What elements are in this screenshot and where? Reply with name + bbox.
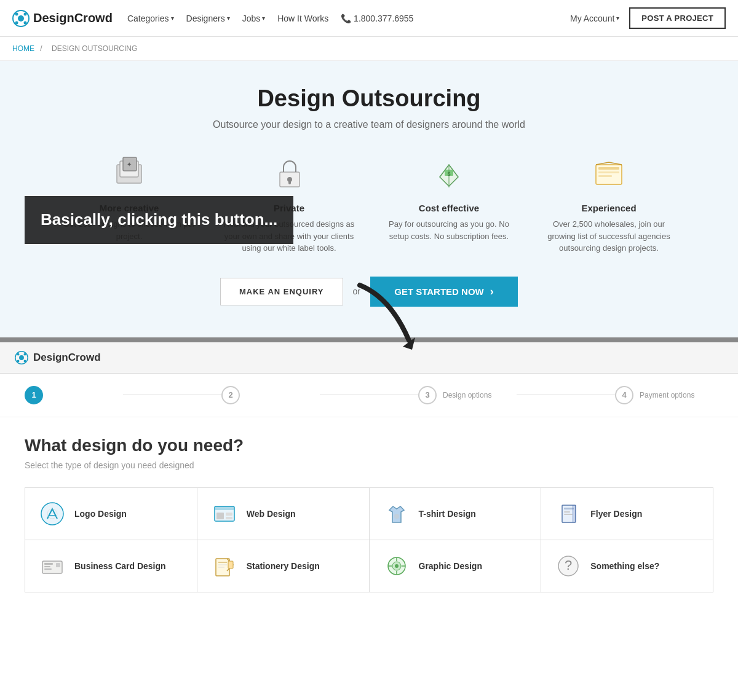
step-3: 3 Design options <box>418 386 517 404</box>
step-circle-2: 2 <box>221 386 240 404</box>
nav-jobs[interactable]: Jobs ▾ <box>242 14 266 23</box>
svg-point-25 <box>17 360 20 362</box>
feature-experienced-title: Experienced <box>541 203 676 213</box>
or-text: or <box>353 286 360 296</box>
feature-cost-effective-desc: Pay for outsourcing as you go. No setup … <box>381 218 517 242</box>
section-divider <box>0 337 738 342</box>
steps-bar: 1 2 3 Design options 4 Payment options <box>0 374 738 417</box>
my-account-chevron: ▾ <box>616 15 619 22</box>
project-creation-section: 1 2 3 Design options 4 Payment options <box>0 374 738 611</box>
svg-point-24 <box>24 353 26 355</box>
nav-phone: 📞 1.800.377.6955 <box>341 14 413 23</box>
cost-effective-icon: $ <box>427 152 470 195</box>
web-design-icon <box>211 500 238 527</box>
something-else-label: Something else? <box>590 561 659 571</box>
nav-how-it-works[interactable]: How It Works <box>277 14 328 23</box>
design-card-tshirt[interactable]: T-shirt Design <box>370 488 541 540</box>
navbar: DesignCrowd Categories ▾ Designers ▾ Job… <box>0 0 738 37</box>
logo[interactable]: DesignCrowd <box>12 10 113 27</box>
design-card-something-else[interactable]: ? Something else? <box>541 540 713 592</box>
tooltip-top-overlay: Basically, clicking this button... <box>25 196 293 244</box>
enquiry-button[interactable]: MAKE AN ENQUIRY <box>220 278 343 305</box>
svg-rect-31 <box>215 506 234 510</box>
svg-rect-18 <box>598 171 619 173</box>
flyer-design-icon <box>555 500 582 527</box>
svg-point-2 <box>15 12 18 15</box>
hero-subtitle: Outsource your design to a creative team… <box>12 119 726 130</box>
graphic-design-icon <box>383 553 410 580</box>
breadcrumb-current: DESIGN OUTSOURCING <box>52 44 137 53</box>
breadcrumb-home[interactable]: HOME <box>12 44 34 53</box>
logo-icon <box>12 10 30 27</box>
svg-rect-17 <box>598 167 619 170</box>
feature-experienced: Experienced Over 2,500 wholesales, join … <box>541 152 676 254</box>
step-circle-3: 3 <box>418 386 437 404</box>
svg-rect-19 <box>598 175 612 177</box>
stationery-design-label: Stationery Design <box>247 561 320 571</box>
private-icon <box>268 152 311 195</box>
svg-rect-50 <box>228 561 233 568</box>
nav-designers[interactable]: Designers ▾ <box>186 14 230 23</box>
design-card-flyer[interactable]: Flyer Design <box>541 488 713 540</box>
experienced-icon <box>587 152 630 195</box>
my-account-link[interactable]: My Account ▾ <box>570 14 619 23</box>
logo-design-icon <box>39 500 66 527</box>
design-card-graphic[interactable]: Graphic Design <box>370 540 541 592</box>
svg-point-22 <box>19 355 24 360</box>
footer-logo-text: DesignCrowd <box>33 352 101 364</box>
stationery-design-icon <box>211 553 238 580</box>
svg-text:✦: ✦ <box>127 161 132 168</box>
business-card-design-label: Business Card Design <box>74 561 166 571</box>
navbar-right: My Account ▾ POST A PROJECT <box>570 7 726 29</box>
design-card-logo[interactable]: Logo Design <box>25 488 197 540</box>
step-2: 2 <box>221 386 320 404</box>
step-1: 1 <box>25 386 123 404</box>
design-card-business-card[interactable]: Business Card Design <box>25 540 197 592</box>
web-design-label: Web Design <box>247 509 296 519</box>
svg-point-5 <box>24 21 27 24</box>
step-circle-4: 4 <box>615 386 633 404</box>
svg-rect-38 <box>564 511 570 513</box>
hero-section: Design Outsourcing Outsource your design… <box>0 61 738 337</box>
svg-rect-39 <box>564 514 573 515</box>
post-project-button[interactable]: POST A PROJECT <box>629 7 726 29</box>
breadcrumb-separator: / <box>40 44 42 53</box>
svg-rect-34 <box>226 517 232 519</box>
breadcrumb: HOME / DESIGN OUTSOURCING <box>0 37 738 61</box>
feature-experienced-desc: Over 2,500 wholesales, join our growing … <box>541 218 676 254</box>
svg-point-27 <box>41 503 63 525</box>
project-section: 1 2 3 Design options 4 Payment options <box>0 374 738 611</box>
footer-logo-icon <box>15 351 28 364</box>
business-card-design-icon <box>39 553 66 580</box>
feature-cost-effective: $ Cost effective Pay for outsourcing as … <box>381 152 517 254</box>
step-4-label: Payment options <box>640 391 694 399</box>
logo-design-label: Logo Design <box>74 509 127 519</box>
graphic-design-label: Graphic Design <box>419 561 482 571</box>
design-type-grid: Logo Design W <box>25 487 713 592</box>
feature-cost-effective-title: Cost effective <box>381 203 517 213</box>
logo-text: DesignCrowd <box>33 11 113 25</box>
flyer-design-label: Flyer Design <box>590 509 642 519</box>
page-title: Design Outsourcing <box>12 85 726 112</box>
step-line-1 <box>123 395 221 395</box>
svg-rect-43 <box>44 566 50 567</box>
design-card-web[interactable]: Web Design <box>197 488 369 540</box>
chevron-icon: ▾ <box>227 15 230 22</box>
step-line-2 <box>320 395 418 395</box>
nav-links: Categories ▾ Designers ▾ Jobs ▾ How It W… <box>127 14 570 23</box>
design-card-stationery[interactable]: Stationery Design <box>197 540 369 592</box>
footer-logo-bar: DesignCrowd <box>0 342 738 374</box>
svg-rect-45 <box>56 563 60 567</box>
get-started-button[interactable]: GET STARTED NOW › <box>370 277 518 307</box>
svg-point-35 <box>394 514 399 519</box>
step-line-3 <box>517 395 615 395</box>
nav-categories[interactable]: Categories ▾ <box>127 14 174 23</box>
step-3-label: Design options <box>443 391 491 399</box>
chevron-icon: ▾ <box>262 15 265 22</box>
svg-point-3 <box>24 12 27 15</box>
project-content: What design do you need? Select the type… <box>0 417 738 611</box>
project-question: What design do you need? <box>25 436 713 455</box>
svg-point-4 <box>15 21 18 24</box>
svg-point-53 <box>395 564 399 568</box>
svg-rect-40 <box>572 505 576 522</box>
